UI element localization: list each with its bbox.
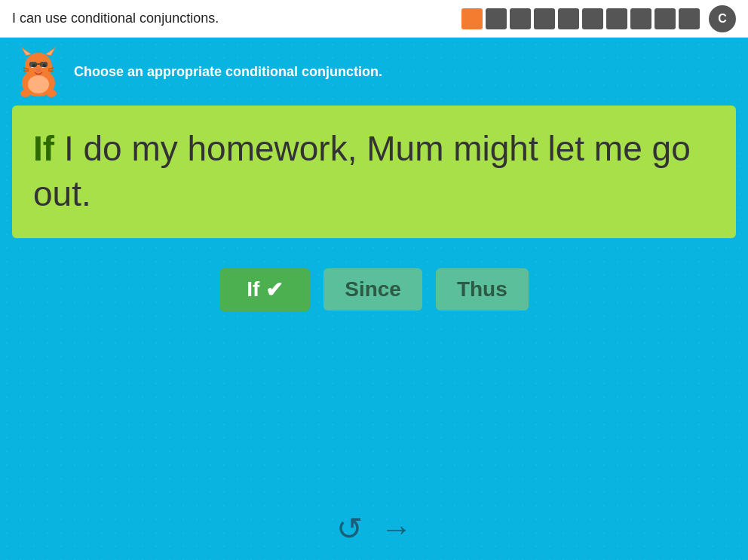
next-button[interactable]: → [381, 513, 412, 545]
sentence-rest: I do my homework, Mum might let me go ou… [33, 129, 691, 213]
instruction-bar: Choose an appropriate conditional conjun… [0, 38, 748, 106]
progress-block-1 [461, 8, 483, 29]
checkmark-icon: ✔ [265, 277, 283, 302]
answers-area: If✔SinceThus [0, 268, 748, 311]
progress-block-4 [534, 8, 555, 29]
answer-btn-since[interactable]: Since [323, 268, 422, 311]
progress-block-8 [630, 8, 651, 29]
svg-point-15 [28, 75, 49, 93]
bottom-controls: ↺ → [0, 513, 748, 545]
sentence-highlight: If [33, 129, 54, 168]
answer-label: Thus [457, 277, 507, 301]
progress-block-7 [606, 8, 627, 29]
cat-mascot [12, 45, 65, 98]
progress-block-5 [558, 8, 579, 29]
progress-block-6 [582, 8, 603, 29]
svg-point-16 [20, 90, 31, 97]
svg-point-10 [36, 69, 41, 72]
svg-rect-19 [40, 62, 48, 67]
progress-block-3 [510, 8, 531, 29]
svg-rect-18 [29, 62, 37, 67]
progress-bar: C [461, 5, 736, 32]
answer-btn-if[interactable]: If✔ [219, 268, 310, 311]
progress-block-10 [679, 8, 700, 29]
answer-btn-thus[interactable]: Thus [436, 268, 529, 311]
avatar: C [709, 5, 736, 32]
page-title: I can use conditional conjunctions. [12, 11, 219, 26]
sentence-box: If I do my homework, Mum might let me go… [12, 106, 736, 238]
instruction-text: Choose an appropriate conditional conjun… [74, 64, 382, 80]
main-content: Choose an appropriate conditional conjun… [0, 38, 748, 560]
progress-block-9 [654, 8, 676, 29]
retry-button[interactable]: ↺ [336, 513, 363, 545]
header: I can use conditional conjunctions. C [0, 0, 748, 38]
progress-block-2 [486, 8, 507, 29]
progress-blocks [461, 8, 700, 29]
answer-label: Since [345, 277, 401, 301]
answer-label: If [247, 277, 259, 301]
svg-point-17 [46, 90, 57, 97]
